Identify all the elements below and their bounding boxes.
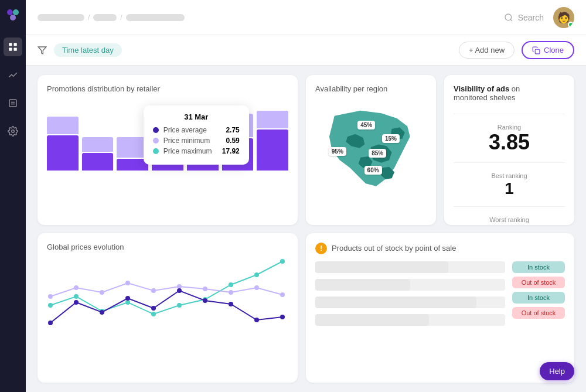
sidebar-item-dashboard[interactable] (4, 38, 22, 56)
filter-bar: Time latest day + Add new Clone (26, 35, 586, 66)
content-grid: Promotions distribution by retailer 31 M… (26, 66, 586, 392)
visibility-card: Visibility of ads onmonitored shelves Ra… (444, 75, 574, 225)
oos-bar-3 (315, 296, 505, 308)
best-ranking-value: 1 (505, 180, 514, 197)
sidebar (0, 0, 26, 392)
visibility-ranking-row: Ranking 3.85 (454, 124, 565, 153)
clone-button[interactable]: Clone (522, 41, 574, 59)
tooltip-dot-max (153, 148, 159, 154)
svg-point-44 (280, 315, 285, 319)
bar-group (47, 100, 79, 171)
svg-point-36 (74, 300, 79, 305)
svg-point-43 (254, 318, 259, 322)
svg-point-25 (48, 294, 53, 299)
breadcrumb-item-1 (38, 14, 84, 21)
tooltip-label-max: Price maximum (163, 147, 217, 155)
svg-point-42 (229, 302, 233, 306)
search-bar[interactable]: Search (504, 13, 544, 22)
line-chart-svg (47, 258, 288, 335)
tooltip-label-min: Price minimum (163, 137, 222, 145)
tooltip-row-avg: Price average 2.75 (153, 126, 240, 134)
svg-line-12 (510, 19, 512, 21)
oos-bar-4 (315, 314, 505, 326)
svg-point-32 (229, 290, 233, 295)
promo-tooltip: 31 Mar Price average 2.75 Price minimum … (144, 105, 249, 165)
map-label-45: 45% (357, 121, 375, 129)
oos-bar-1 (315, 261, 505, 273)
promo-card-title: Promotions distribution by retailer (47, 84, 288, 93)
breadcrumb-item-2 (93, 14, 117, 21)
svg-point-40 (177, 288, 182, 293)
map-card-title: Availability per region (315, 84, 427, 93)
bar-group (82, 100, 114, 171)
oos-content: In stock Out of stock In stock Out of st… (315, 261, 565, 326)
oos-bar-fill-1 (315, 261, 448, 273)
badge-in-stock-1: In stock (512, 261, 565, 273)
best-ranking-row: Best ranking 1 (454, 172, 565, 197)
worst-ranking-value: 62 (500, 224, 518, 225)
tooltip-label-avg: Price average (163, 126, 222, 134)
svg-point-23 (254, 272, 259, 277)
visibility-title-strong: Visibility of ads (454, 84, 509, 93)
oos-bars (315, 261, 505, 326)
bar-group (257, 100, 288, 171)
filter-tag-time[interactable]: Time latest day (54, 43, 122, 57)
clone-label: Clone (544, 46, 564, 54)
svg-point-24 (280, 259, 285, 264)
svg-point-41 (203, 298, 207, 303)
oos-badges: In stock Out of stock In stock Out of st… (512, 261, 565, 326)
svg-point-18 (125, 300, 130, 305)
svg-point-2 (10, 15, 16, 21)
tooltip-value-min: 0.59 (226, 137, 239, 145)
avatar-online-dot (568, 22, 574, 28)
badge-out-stock-1: Out of stock (512, 277, 565, 288)
sidebar-item-settings[interactable] (4, 122, 22, 141)
tooltip-value-avg: 2.75 (226, 126, 239, 134)
svg-point-27 (100, 290, 104, 295)
tooltip-row-min: Price minimum 0.59 (153, 137, 240, 145)
svg-point-35 (48, 321, 53, 325)
svg-point-28 (125, 281, 130, 285)
tooltip-dot-min (153, 138, 159, 144)
sidebar-logo (5, 7, 21, 23)
visibility-card-title: Visibility of ads onmonitored shelves (454, 84, 565, 102)
svg-rect-14 (535, 49, 540, 54)
add-new-button[interactable]: + Add new (459, 42, 515, 59)
worst-ranking-label: Worst ranking (489, 216, 529, 223)
svg-point-20 (177, 303, 182, 308)
sidebar-item-charts[interactable] (4, 66, 22, 84)
best-ranking-label: Best ranking (491, 172, 527, 179)
map-label-15: 15% (382, 134, 400, 143)
svg-point-16 (74, 294, 79, 299)
oos-header: ! Products out of stock by point of sale (315, 243, 565, 254)
tooltip-value-max: 17.92 (222, 147, 240, 155)
breadcrumb-sep-1: / (88, 13, 90, 22)
tooltip-row-max: Price maximum 17.92 (153, 147, 240, 155)
line-chart (47, 258, 288, 335)
breadcrumb-item-3 (126, 14, 185, 21)
svg-point-15 (48, 303, 53, 308)
svg-point-1 (13, 9, 19, 15)
help-button[interactable]: Help (540, 362, 574, 380)
search-icon (504, 13, 513, 22)
svg-rect-6 (14, 48, 17, 51)
breadcrumb: / / (38, 13, 495, 22)
svg-point-26 (74, 285, 79, 290)
svg-marker-13 (38, 47, 46, 54)
topbar: / / Search 🧑 (26, 0, 586, 35)
sidebar-item-reports[interactable] (4, 94, 22, 113)
avatar[interactable]: 🧑 (553, 7, 574, 28)
oos-bar-fill-4 (315, 314, 429, 326)
svg-rect-4 (14, 43, 17, 46)
map-label-95: 95% (329, 147, 346, 156)
oos-title: Products out of stock by point of sale (332, 244, 456, 253)
oos-bar-2 (315, 279, 505, 291)
svg-point-38 (125, 296, 130, 301)
main-content: / / Search 🧑 Time latest day + Add new (26, 0, 586, 392)
warning-icon: ! (315, 243, 327, 254)
tooltip-date: 31 Mar (153, 113, 240, 121)
svg-point-31 (203, 287, 207, 291)
promotions-card: Promotions distribution by retailer 31 M… (38, 75, 298, 225)
svg-rect-5 (9, 48, 12, 51)
tooltip-dot-avg (153, 127, 159, 133)
